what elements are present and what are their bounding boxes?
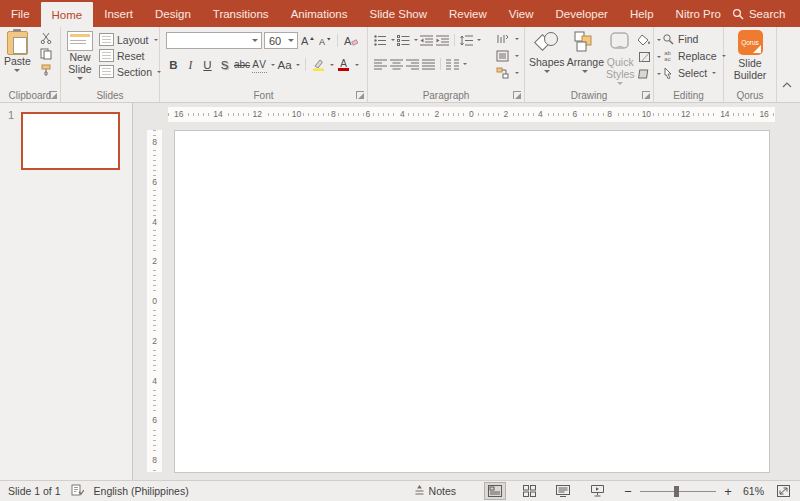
tab-animations[interactable]: Animations <box>280 0 359 27</box>
slide-canvas[interactable] <box>175 131 769 472</box>
group-font: 60 A A A B I U S abc AV Aa <box>160 27 368 102</box>
spell-check-icon[interactable] <box>71 484 84 498</box>
strikethrough-button[interactable]: abc <box>234 57 250 73</box>
find-icon <box>660 32 675 46</box>
slide-thumbnail[interactable] <box>21 112 120 170</box>
chevron-down-icon <box>296 64 300 68</box>
view-reading-button[interactable] <box>552 482 574 500</box>
font-color-button[interactable]: A <box>336 57 351 73</box>
shape-fill-icon <box>637 33 652 47</box>
select-label: Select <box>678 67 707 79</box>
line-spacing-button[interactable] <box>459 33 474 47</box>
zoom-slider[interactable] <box>640 482 716 500</box>
tab-insert[interactable]: Insert <box>93 0 144 27</box>
select-button[interactable]: Select <box>660 65 723 80</box>
chevron-down-icon <box>271 64 275 68</box>
tab-transitions[interactable]: Transitions <box>202 0 280 27</box>
align-center-button[interactable] <box>389 57 404 71</box>
italic-button[interactable]: I <box>183 57 198 73</box>
zoom-percentage[interactable]: 61% <box>734 485 764 497</box>
paste-button[interactable]: Paste <box>4 31 31 75</box>
qorus-icon: Qorus <box>738 30 763 55</box>
character-spacing-button[interactable]: AV <box>252 56 267 73</box>
chevron-down-icon <box>77 77 83 83</box>
align-right-button[interactable] <box>405 57 420 71</box>
tab-file[interactable]: File <box>0 0 41 27</box>
paragraph-dialog-launcher[interactable] <box>513 91 521 99</box>
layout-button[interactable]: Layout <box>99 32 161 47</box>
font-name-combobox[interactable] <box>166 32 262 49</box>
status-bar: Slide 1 of 1 English (Philippines) Notes <box>0 480 800 501</box>
tab-developer[interactable]: Developer <box>545 0 619 27</box>
chevron-down-icon <box>391 39 395 43</box>
convert-to-smartart-button[interactable] <box>495 65 519 80</box>
tab-help[interactable]: Help <box>619 0 665 27</box>
chevron-down-icon <box>544 70 550 76</box>
ruler-number: 6 <box>571 107 580 122</box>
text-shadow-button[interactable]: S <box>217 57 232 73</box>
tab-review[interactable]: Review <box>438 0 498 27</box>
search-label: Search <box>749 8 785 20</box>
cut-button[interactable] <box>38 31 53 45</box>
decrease-indent-button[interactable] <box>419 33 434 47</box>
increase-font-size-button[interactable]: A <box>300 33 315 49</box>
tab-view[interactable]: View <box>498 0 545 27</box>
align-left-button[interactable] <box>373 57 388 71</box>
view-normal-button[interactable] <box>484 482 506 500</box>
notes-toggle-button[interactable]: Notes <box>414 485 456 498</box>
quick-styles-label: Quick Styles <box>606 56 635 80</box>
tab-slide-show[interactable]: Slide Show <box>359 0 439 27</box>
tab-nitro-pro[interactable]: Nitro Pro <box>665 0 732 27</box>
highlight-color-button[interactable] <box>311 57 326 73</box>
chevron-down-icon <box>515 72 519 76</box>
decrease-font-size-button[interactable]: A <box>317 33 332 49</box>
font-dialog-launcher[interactable] <box>356 91 364 99</box>
change-case-button[interactable]: Aa <box>277 57 292 73</box>
new-slide-label: New Slide <box>64 51 96 75</box>
justify-button[interactable] <box>421 57 436 71</box>
zoom-in-button[interactable]: + <box>722 484 734 499</box>
font-size-combobox[interactable]: 60 <box>264 32 298 49</box>
search-button[interactable]: Search <box>732 8 785 20</box>
ruler-number: 4 <box>536 107 545 122</box>
font-group-label: Font <box>160 90 367 101</box>
clipboard-dialog-launcher[interactable] <box>49 91 57 99</box>
fit-slide-to-window-button[interactable] <box>772 482 794 500</box>
zoom-slider-thumb[interactable] <box>674 486 679 497</box>
copy-button[interactable] <box>38 47 53 61</box>
underline-button[interactable]: U <box>200 57 215 73</box>
numbering-button[interactable] <box>396 33 411 47</box>
view-slideshow-button[interactable] <box>586 482 608 500</box>
tab-design[interactable]: Design <box>144 0 202 27</box>
ruler-number: 2 <box>152 255 157 267</box>
ruler-number: 4 <box>152 375 157 387</box>
text-direction-button[interactable] <box>495 31 519 46</box>
collapse-ribbon-button[interactable] <box>782 78 792 90</box>
clear-formatting-button[interactable]: A <box>343 33 358 49</box>
find-button[interactable]: Find <box>660 31 723 46</box>
ruler-number: 8 <box>152 454 157 466</box>
section-button[interactable]: Section <box>99 64 161 79</box>
ribbon-right-spacer <box>777 27 800 102</box>
increase-indent-button[interactable] <box>435 33 450 47</box>
bullets-button[interactable] <box>373 33 388 47</box>
reset-button[interactable]: Reset <box>99 48 161 63</box>
horizontal-ruler[interactable]: 1614121086420246810121416 <box>168 107 775 122</box>
zoom-out-button[interactable]: − <box>622 484 634 499</box>
notes-icon <box>414 485 425 498</box>
find-label: Find <box>678 33 698 45</box>
slide-thumbnail-panel: 1 <box>0 103 133 481</box>
group-clipboard: Paste Clipboard <box>0 27 61 102</box>
align-text-button[interactable] <box>495 48 519 63</box>
qorus-badge-text: Qorus <box>741 37 759 49</box>
columns-button[interactable] <box>445 57 460 71</box>
bold-button[interactable]: B <box>166 57 181 73</box>
format-painter-button[interactable] <box>38 63 53 77</box>
replace-button[interactable]: ab ac Replace <box>660 48 723 63</box>
new-slide-button[interactable]: New Slide <box>64 31 96 83</box>
view-slide-sorter-button[interactable] <box>518 482 540 500</box>
drawing-dialog-launcher[interactable] <box>642 91 650 99</box>
language-status[interactable]: English (Philippines) <box>94 485 189 497</box>
vertical-ruler[interactable]: 864202468 <box>147 130 162 472</box>
tab-home[interactable]: Home <box>41 2 94 27</box>
